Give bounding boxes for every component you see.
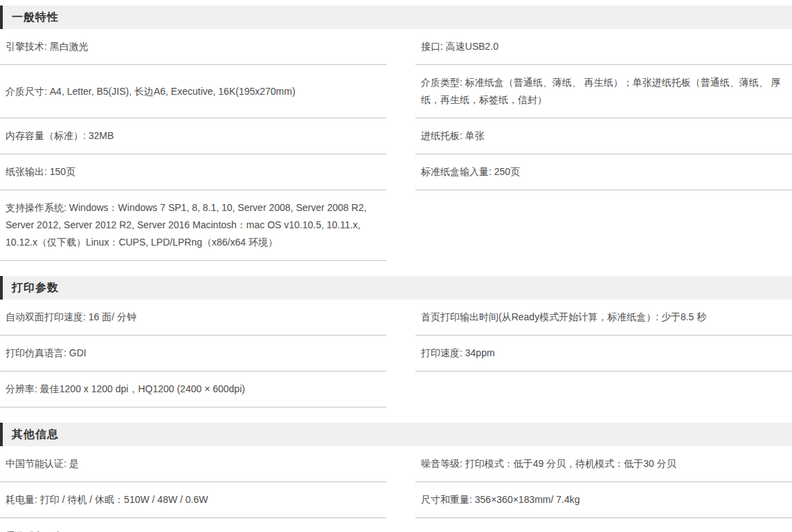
column-spacer [386,336,415,372]
column-spacer [386,300,415,336]
spec-row: 支持操作系统: Windows：Windows 7 SP1, 8, 8.1, 1… [0,190,792,261]
spec-cell-left: 内存容量（标准）: 32MB [0,118,386,154]
spec-row: 中国节能认证: 是 噪音等级: 打印模式：低于49 分贝，待机模式：低于30 分… [0,446,792,482]
spec-cell-left: 介质尺寸: A4, Letter, B5(JIS), 长边A6, Executi… [0,65,386,118]
spec-page: 一般特性 引擎技术: 黑白激光 接口: 高速USB2.0 介质尺寸: A4, L… [0,0,792,532]
column-spacer [386,372,415,407]
spec-row: 分辨率: 最佳1200 x 1200 dpi，HQ1200 (2400 × 60… [0,372,792,407]
section-title: 一般特性 [12,11,59,23]
spec-row: 保修服务: 1年 [0,518,792,532]
spec-section: 打印参数 自动双面打印速度: 16 面/ 分钟 首页打印输出时间(从Ready模… [0,276,792,407]
column-spacer [386,118,415,154]
spec-section: 一般特性 引擎技术: 黑白激光 接口: 高速USB2.0 介质尺寸: A4, L… [0,6,792,261]
column-spacer [386,446,415,482]
section-title: 其他信息 [12,428,59,440]
spec-section: 其他信息 中国节能认证: 是 噪音等级: 打印模式：低于49 分贝，待机模式：低… [0,423,792,532]
column-spacer [386,29,415,65]
spec-cell-right: 介质类型: 标准纸盒（普通纸、薄纸、 再生纸）；单张进纸托板（普通纸、薄纸、 厚… [415,65,792,118]
spec-cell-right: 打印速度: 34ppm [415,336,792,372]
spec-row: 引擎技术: 黑白激光 接口: 高速USB2.0 [0,29,792,65]
spec-cell-right [415,372,792,407]
spec-cell-right: 噪音等级: 打印模式：低于49 分贝，待机模式：低于30 分贝 [415,446,792,482]
spec-table: 自动双面打印速度: 16 面/ 分钟 首页打印输出时间(从Ready模式开始计算… [0,300,792,407]
spec-row: 自动双面打印速度: 16 面/ 分钟 首页打印输出时间(从Ready模式开始计算… [0,300,792,336]
column-spacer [386,154,415,190]
column-spacer [386,482,415,518]
spec-table: 引擎技术: 黑白激光 接口: 高速USB2.0 介质尺寸: A4, Letter… [0,29,792,261]
spec-cell-right: 接口: 高速USB2.0 [415,29,792,65]
section-header: 其他信息 [0,423,792,446]
spec-row: 内存容量（标准）: 32MB 进纸托板: 单张 [0,118,792,154]
spec-cell-left: 引擎技术: 黑白激光 [0,29,386,65]
spec-cell-left: 耗电量: 打印 / 待机 / 休眠：510W / 48W / 0.6W [0,482,386,518]
section-header: 打印参数 [0,276,792,300]
spec-cell-left: 中国节能认证: 是 [0,446,386,482]
spec-sections: 一般特性 引擎技术: 黑白激光 接口: 高速USB2.0 介质尺寸: A4, L… [0,6,792,532]
spec-cell-right: 尺寸和重量: 356×360×183mm/ 7.4kg [415,482,792,518]
spec-row: 介质尺寸: A4, Letter, B5(JIS), 长边A6, Executi… [0,65,792,118]
spec-row: 耗电量: 打印 / 待机 / 休眠：510W / 48W / 0.6W 尺寸和重… [0,482,792,518]
spec-cell-right: 首页打印输出时间(从Ready模式开始计算，标准纸盒）: 少于8.5 秒 [415,300,792,336]
spec-table: 中国节能认证: 是 噪音等级: 打印模式：低于49 分贝，待机模式：低于30 分… [0,446,792,532]
column-spacer [386,190,415,261]
section-title: 打印参数 [12,282,59,293]
spec-cell-left: 支持操作系统: Windows：Windows 7 SP1, 8, 8.1, 1… [0,190,386,261]
spec-cell-left: 打印仿真语言: GDI [0,336,386,372]
spec-cell-right [415,190,792,261]
spec-row: 打印仿真语言: GDI 打印速度: 34ppm [0,336,792,372]
spec-cell-right: 进纸托板: 单张 [415,118,792,154]
spec-row: 纸张输出: 150页 标准纸盒输入量: 250页 [0,154,792,190]
spec-cell-right: 标准纸盒输入量: 250页 [415,154,792,190]
spec-cell-right [415,518,792,532]
section-header: 一般特性 [0,6,792,29]
spec-cell-left: 分辨率: 最佳1200 x 1200 dpi，HQ1200 (2400 × 60… [0,372,386,407]
spec-cell-left: 纸张输出: 150页 [0,154,386,190]
spec-cell-left: 保修服务: 1年 [0,518,386,532]
spec-cell-left: 自动双面打印速度: 16 面/ 分钟 [0,300,386,336]
column-spacer [386,518,415,532]
column-spacer [386,65,415,118]
